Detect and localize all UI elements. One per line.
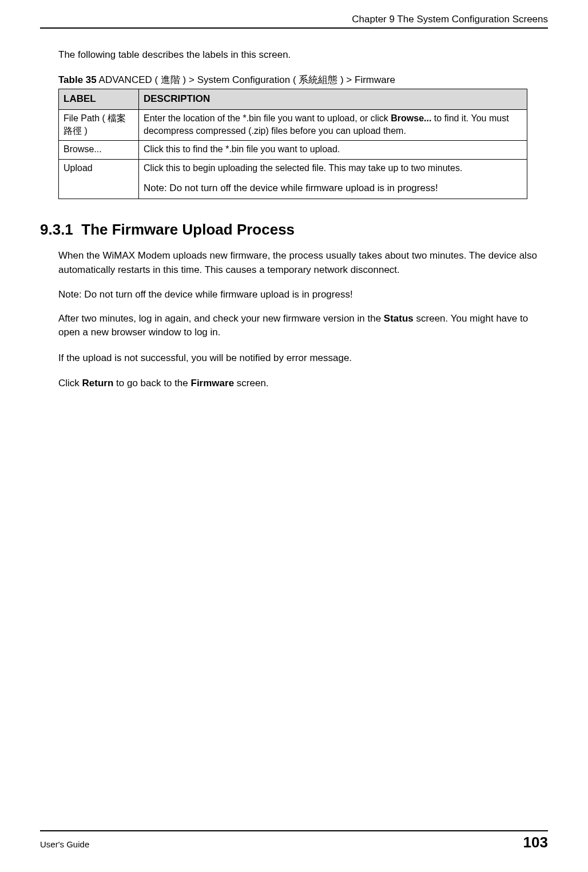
table-row: File Path ( 檔案路徑 ) Enter the location of… [59, 109, 527, 140]
page: Chapter 9 The System Configuration Scree… [0, 0, 588, 872]
section-heading: 9.3.1 The Firmware Upload Process [40, 221, 548, 239]
para-text: Click [58, 378, 82, 389]
table-caption-text: ADVANCED ( 進階 ) > System Configuration (… [97, 74, 395, 85]
para-text: After two minutes, log in again, and che… [58, 313, 384, 324]
section-title: The Firmware Upload Process [81, 221, 295, 238]
cell-label: Upload [59, 159, 139, 199]
cell-description: Enter the location of the *.bin file you… [139, 109, 527, 140]
para-bold: Firmware [191, 378, 235, 389]
th-description: DESCRIPTION [139, 89, 527, 110]
table-row: Browse... Click this to find the *.bin f… [59, 141, 527, 160]
cell-description: Click this to begin uploading the select… [139, 159, 527, 199]
table-number: Table 35 [58, 74, 97, 85]
page-header: Chapter 9 The System Configuration Scree… [40, 14, 548, 29]
table-note: Note: Do not turn off the device while f… [170, 182, 522, 195]
desc-text: Enter the location of the *.bin file you… [144, 113, 391, 123]
table-header-row: LABEL DESCRIPTION [59, 89, 527, 110]
body-paragraph: Click Return to go back to the Firmware … [40, 376, 548, 391]
desc-text: Click this to begin uploading the select… [144, 163, 462, 173]
th-label: LABEL [59, 89, 139, 110]
para-text: screen. [234, 378, 268, 389]
body-note: Note: Do not turn off the device while f… [40, 289, 548, 300]
body-paragraph: When the WiMAX Modem uploads new firmwar… [40, 249, 548, 277]
section-number: 9.3.1 [40, 221, 73, 238]
page-footer: User's Guide 103 [40, 830, 548, 851]
chapter-title: Chapter 9 The System Configuration Scree… [40, 14, 548, 25]
intro-paragraph: The following table describes the labels… [40, 49, 548, 61]
table-row: Upload Click this to begin uploading the… [59, 159, 527, 199]
para-bold: Return [82, 378, 114, 389]
cell-description: Click this to find the *.bin file you wa… [139, 141, 527, 160]
page-number: 103 [523, 834, 548, 851]
body-paragraph: If the upload is not successful, you wil… [40, 351, 548, 366]
cell-label: File Path ( 檔案路徑 ) [59, 109, 139, 140]
desc-bold: Browse... [391, 113, 431, 123]
label-description-table: LABEL DESCRIPTION File Path ( 檔案路徑 ) Ent… [58, 89, 527, 199]
cell-label: Browse... [59, 141, 139, 160]
table-caption: Table 35 ADVANCED ( 進階 ) > System Config… [40, 73, 548, 86]
para-text: to go back to the [113, 378, 190, 389]
para-bold: Status [384, 313, 414, 324]
body-paragraph: After two minutes, log in again, and che… [40, 312, 548, 340]
footer-guide-label: User's Guide [40, 839, 89, 849]
